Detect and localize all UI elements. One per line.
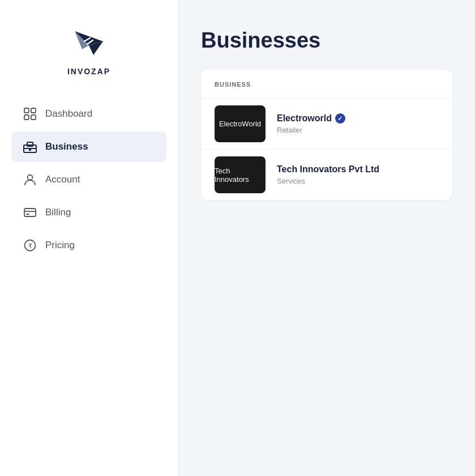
card-header: BUSINESS [201, 70, 452, 99]
svg-rect-5 [24, 108, 29, 113]
svg-rect-8 [31, 115, 36, 120]
table-row[interactable]: Tech Innovators Tech Innovators Pvt Ltd … [201, 150, 452, 200]
sidebar-item-dashboard[interactable]: Dashboard [11, 99, 166, 129]
business-info: Tech Innovators Pvt Ltd Services [277, 164, 379, 185]
pricing-icon: ₹ [23, 238, 37, 253]
nav-menu: Dashboard Business Account [0, 93, 178, 266]
sidebar-item-label: Dashboard [45, 108, 92, 120]
brand-name: INVOZAP [67, 67, 110, 76]
table-row[interactable]: ElectroWorld Electroworld ✓ Retailer [201, 99, 452, 150]
logo-area: INVOZAP [0, 0, 178, 93]
business-info: Electroworld ✓ Retailer [277, 113, 345, 134]
column-label: BUSINESS [215, 81, 251, 88]
svg-rect-6 [31, 108, 36, 113]
sidebar-item-billing[interactable]: Billing [11, 197, 166, 228]
sidebar-item-label: Account [45, 174, 80, 185]
svg-rect-16 [26, 214, 29, 215]
business-type: Retailer [277, 126, 345, 134]
verified-badge: ✓ [335, 113, 345, 124]
svg-point-13 [28, 175, 33, 180]
main-content: Businesses BUSINESS ElectroWorld Electro… [178, 0, 475, 476]
sidebar: INVOZAP Dashboard [0, 0, 178, 476]
business-thumbnail: ElectroWorld [215, 105, 266, 142]
sidebar-item-pricing[interactable]: ₹ Pricing [11, 230, 166, 261]
sidebar-item-label: Business [45, 141, 88, 152]
business-type: Services [277, 177, 379, 185]
page-title: Businesses [201, 28, 452, 53]
billing-icon [23, 205, 37, 220]
dashboard-icon [23, 107, 37, 121]
svg-rect-7 [24, 115, 29, 120]
business-name: Tech Innovators Pvt Ltd [277, 164, 379, 175]
business-thumbnail: Tech Innovators [215, 156, 266, 193]
sidebar-item-business[interactable]: Business [11, 131, 166, 162]
svg-rect-14 [24, 209, 36, 216]
businesses-card: BUSINESS ElectroWorld Electroworld ✓ Ret… [201, 70, 452, 200]
svg-rect-12 [29, 148, 31, 151]
logo-icon [69, 23, 109, 62]
business-icon [23, 139, 37, 154]
sidebar-item-label: Billing [45, 207, 71, 218]
account-icon [23, 172, 37, 187]
svg-text:₹: ₹ [28, 243, 32, 249]
business-name: Electroworld ✓ [277, 113, 345, 124]
sidebar-item-label: Pricing [45, 240, 75, 251]
sidebar-item-account[interactable]: Account [11, 164, 166, 195]
